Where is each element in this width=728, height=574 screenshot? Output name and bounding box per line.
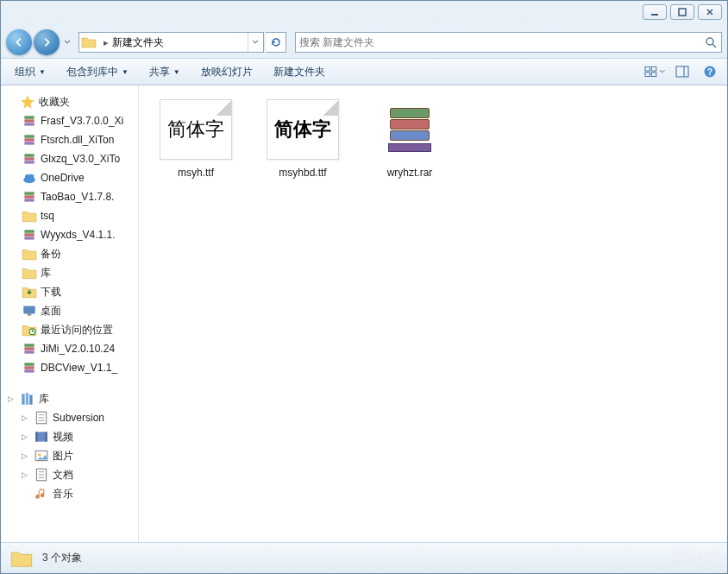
search-input[interactable] <box>299 36 704 48</box>
item-icon <box>22 190 37 204</box>
file-item[interactable]: wryhzt.rar <box>367 99 453 179</box>
item-label: TaoBao_V1.7.8. <box>41 191 114 203</box>
sidebar-item[interactable]: ▷视频 <box>1 427 138 446</box>
include-in-library-menu[interactable]: 包含到库中▼ <box>60 61 135 83</box>
sidebar-item[interactable]: TaoBao_V1.7.8. <box>1 187 138 206</box>
organize-menu[interactable]: 组织▼ <box>8 61 53 83</box>
sidebar-item[interactable]: 下载 <box>1 282 138 301</box>
file-name: msyhbd.ttf <box>279 167 326 179</box>
sidebar-item[interactable]: 库 <box>1 263 138 282</box>
item-icon <box>22 247 37 261</box>
item-icon <box>22 361 37 375</box>
arrow-right-icon <box>41 36 53 48</box>
sidebar-item[interactable]: tsq <box>1 206 138 225</box>
help-button[interactable]: ? <box>700 61 720 82</box>
item-icon <box>22 228 37 242</box>
view-options-button[interactable] <box>644 61 665 82</box>
item-icon <box>22 209 37 223</box>
sidebar-item[interactable]: Wyyxds_V4.1.1. <box>1 225 138 244</box>
sidebar-item[interactable]: Ftsrch.dll_XiTon <box>1 130 138 149</box>
sidebar-item[interactable]: JiMi_V2.0.10.24 <box>1 339 138 358</box>
svg-rect-12 <box>24 116 34 118</box>
svg-rect-48 <box>46 432 47 441</box>
libraries-node[interactable]: ▷ 库 <box>1 389 138 408</box>
close-button[interactable] <box>698 4 722 20</box>
slideshow-button[interactable]: 放映幻灯片 <box>194 61 260 83</box>
explorer-window: ▸ 新建文件夹 组织▼ 包含到库中▼ 共享▼ 放映幻灯片 新建文件夹 ? <box>0 0 728 574</box>
svg-point-23 <box>28 174 34 180</box>
maximize-icon <box>678 8 687 16</box>
file-item[interactable]: 简体字msyh.ttf <box>153 99 239 179</box>
sidebar-item[interactable]: 音乐 <box>1 484 138 503</box>
new-folder-button[interactable]: 新建文件夹 <box>267 61 332 83</box>
item-label: 下载 <box>41 285 61 300</box>
body: 收藏夹 Frasf_V3.7.0.0_XiFtsrch.dll_XiTonGlx… <box>1 85 727 542</box>
sidebar-item[interactable]: ▷文档 <box>1 465 138 484</box>
address-bar[interactable]: ▸ 新建文件夹 <box>78 32 264 53</box>
file-name: msyh.ttf <box>178 167 214 179</box>
close-icon <box>706 8 714 16</box>
item-label: 桌面 <box>41 304 61 319</box>
svg-rect-47 <box>35 432 37 441</box>
item-label: Glxzq_V3.0_XiTo <box>41 153 120 165</box>
status-text: 3 个对象 <box>42 551 82 565</box>
sidebar-item[interactable]: 最近访问的位置 <box>1 320 138 339</box>
address-dropdown[interactable] <box>248 33 261 52</box>
item-label: JiMi_V2.0.10.24 <box>41 343 115 355</box>
sidebar-item[interactable]: 桌面 <box>1 301 138 320</box>
item-icon <box>22 285 37 299</box>
svg-rect-17 <box>24 142 34 144</box>
share-menu[interactable]: 共享▼ <box>142 61 187 83</box>
sidebar-item[interactable]: Frasf_V3.7.0.0_Xi <box>1 111 138 130</box>
expand-icon: ▷ <box>22 432 30 441</box>
newfolder-label: 新建文件夹 <box>273 65 325 79</box>
item-icon <box>34 449 49 463</box>
minimize-button[interactable] <box>643 4 667 20</box>
folder-icon <box>81 35 97 49</box>
font-file-icon: 简体字 <box>267 99 339 160</box>
share-label: 共享 <box>149 65 170 79</box>
history-dropdown[interactable] <box>61 35 73 50</box>
svg-point-50 <box>38 453 41 456</box>
sidebar-item[interactable]: 备份 <box>1 244 138 263</box>
svg-rect-7 <box>651 73 656 77</box>
preview-pane-button[interactable] <box>672 61 693 82</box>
refresh-icon <box>270 36 282 48</box>
svg-rect-38 <box>24 369 34 372</box>
favorites-label: 收藏夹 <box>39 95 70 110</box>
item-icon <box>22 323 37 337</box>
search-box[interactable] <box>295 32 722 53</box>
chevron-down-icon: ▼ <box>122 68 129 76</box>
maximize-button[interactable] <box>670 4 694 20</box>
chevron-down-icon <box>64 40 71 45</box>
font-file-icon: 简体字 <box>160 99 232 160</box>
item-label: Subversion <box>53 412 104 424</box>
favorites-node[interactable]: 收藏夹 <box>1 92 138 111</box>
item-label: Ftsrch.dll_XiTon <box>41 134 114 146</box>
star-icon <box>20 94 35 110</box>
sidebar-item[interactable]: Glxzq_V3.0_XiTo <box>1 149 138 168</box>
item-icon <box>22 133 37 147</box>
file-name: wryhzt.rar <box>387 167 433 179</box>
sidebar-item[interactable]: ▷Subversion <box>1 408 138 427</box>
svg-point-2 <box>706 38 713 45</box>
file-item[interactable]: 简体字msyhbd.ttf <box>260 99 346 179</box>
sidebar-item[interactable]: ▷图片 <box>1 446 138 465</box>
breadcrumb-chevron-icon: ▸ <box>100 37 112 48</box>
svg-rect-4 <box>645 66 650 71</box>
slideshow-label: 放映幻灯片 <box>201 65 253 79</box>
svg-rect-36 <box>24 363 34 365</box>
organize-label: 组织 <box>15 65 35 79</box>
svg-rect-35 <box>24 350 34 353</box>
refresh-button[interactable] <box>266 32 286 53</box>
svg-rect-37 <box>24 366 34 369</box>
sidebar-item[interactable]: OneDrive <box>1 168 138 187</box>
item-label: Wyyxds_V4.1.1. <box>41 229 116 241</box>
help-icon: ? <box>703 65 717 79</box>
item-label: 图片 <box>53 449 73 464</box>
sidebar-item[interactable]: DBCView_V1.1_ <box>1 358 138 377</box>
content-area[interactable]: 简体字msyh.ttf简体字msyhbd.ttfwryhzt.rar <box>139 85 727 542</box>
forward-button[interactable] <box>34 29 60 55</box>
svg-rect-0 <box>651 14 658 16</box>
back-button[interactable] <box>6 29 32 55</box>
